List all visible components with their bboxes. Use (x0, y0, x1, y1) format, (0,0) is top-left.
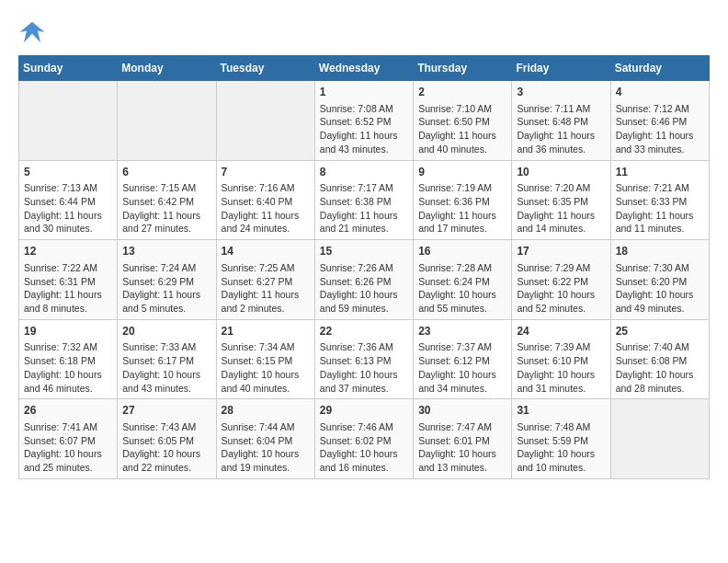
calendar-table: SundayMondayTuesdayWednesdayThursdayFrid… (18, 55, 710, 479)
calendar-cell: 23 Sunrise: 7:37 AM Sunset: 6:12 PM Dayl… (414, 319, 512, 399)
day-number: 28 (222, 403, 310, 419)
calendar-cell: 15 Sunrise: 7:26 AM Sunset: 6:26 PM Dayl… (314, 240, 413, 320)
daylight-label: Daylight: 10 hours and 37 minutes. (320, 369, 398, 394)
calendar-cell: 1 Sunrise: 7:08 AM Sunset: 6:52 PM Dayli… (314, 81, 413, 161)
day-number: 30 (418, 403, 506, 419)
sunrise-label: Sunrise: 7:08 AM (320, 103, 393, 114)
daylight-label: Daylight: 11 hours and 2 minutes. (222, 289, 300, 314)
sunset-label: Sunset: 6:07 PM (24, 435, 96, 446)
sunrise-label: Sunrise: 7:39 AM (517, 341, 590, 352)
sunrise-label: Sunrise: 7:11 AM (517, 103, 590, 114)
day-number: 8 (320, 165, 408, 180)
sunrise-label: Sunrise: 7:19 AM (418, 182, 492, 193)
calendar-cell: 19 Sunrise: 7:32 AM Sunset: 6:18 PM Dayl… (19, 319, 118, 399)
calendar-cell: 14 Sunrise: 7:25 AM Sunset: 6:27 PM Dayl… (216, 240, 314, 320)
day-number: 19 (24, 324, 112, 339)
sunset-label: Sunset: 6:24 PM (418, 276, 490, 287)
daylight-label: Daylight: 10 hours and 43 minutes. (122, 369, 200, 394)
day-number: 17 (517, 244, 605, 259)
page-header (18, 18, 710, 46)
day-number: 1 (320, 85, 408, 100)
daylight-label: Daylight: 11 hours and 8 minutes. (24, 289, 102, 314)
calendar-cell: 26 Sunrise: 7:41 AM Sunset: 6:07 PM Dayl… (19, 399, 118, 479)
calendar-cell: 20 Sunrise: 7:33 AM Sunset: 6:17 PM Dayl… (118, 319, 216, 399)
sunrise-label: Sunrise: 7:37 AM (418, 341, 492, 352)
sunrise-label: Sunrise: 7:10 AM (418, 103, 492, 114)
daylight-label: Daylight: 11 hours and 40 minutes. (418, 130, 496, 155)
daylight-label: Daylight: 11 hours and 14 minutes. (517, 210, 595, 235)
calendar-cell: 21 Sunrise: 7:34 AM Sunset: 6:15 PM Dayl… (216, 319, 314, 399)
day-number: 7 (222, 165, 310, 180)
daylight-label: Daylight: 11 hours and 33 minutes. (616, 130, 694, 155)
calendar-cell (118, 81, 216, 161)
sunrise-label: Sunrise: 7:26 AM (320, 262, 393, 273)
daylight-label: Daylight: 10 hours and 52 minutes. (517, 289, 595, 314)
daylight-label: Daylight: 10 hours and 55 minutes. (418, 289, 496, 314)
sunrise-label: Sunrise: 7:22 AM (24, 262, 97, 273)
day-number: 29 (320, 403, 408, 419)
sunrise-label: Sunrise: 7:15 AM (122, 182, 196, 193)
sunset-label: Sunset: 6:15 PM (222, 355, 293, 366)
daylight-label: Daylight: 10 hours and 10 minutes. (517, 448, 595, 473)
calendar-cell: 5 Sunrise: 7:13 AM Sunset: 6:44 PM Dayli… (19, 160, 118, 240)
day-number: 27 (122, 403, 210, 419)
daylight-label: Daylight: 10 hours and 49 minutes. (616, 289, 694, 314)
day-number: 9 (418, 165, 506, 180)
day-number: 18 (616, 244, 704, 259)
calendar-cell: 6 Sunrise: 7:15 AM Sunset: 6:42 PM Dayli… (118, 160, 216, 240)
daylight-label: Daylight: 11 hours and 24 minutes. (222, 210, 300, 235)
calendar-cell: 3 Sunrise: 7:11 AM Sunset: 6:48 PM Dayli… (512, 81, 610, 161)
calendar-cell: 18 Sunrise: 7:30 AM Sunset: 6:20 PM Dayl… (610, 240, 709, 320)
sunset-label: Sunset: 6:08 PM (616, 355, 688, 366)
sunrise-label: Sunrise: 7:12 AM (616, 103, 689, 114)
daylight-label: Daylight: 10 hours and 13 minutes. (418, 448, 496, 473)
daylight-label: Daylight: 10 hours and 40 minutes. (222, 369, 300, 394)
sunset-label: Sunset: 6:38 PM (320, 196, 392, 207)
calendar-cell: 25 Sunrise: 7:40 AM Sunset: 6:08 PM Dayl… (610, 319, 709, 399)
calendar-cell: 22 Sunrise: 7:36 AM Sunset: 6:13 PM Dayl… (314, 319, 413, 399)
sunset-label: Sunset: 6:12 PM (418, 355, 490, 366)
sunrise-label: Sunrise: 7:43 AM (122, 421, 196, 432)
calendar-cell: 31 Sunrise: 7:48 AM Sunset: 5:59 PM Dayl… (512, 399, 610, 479)
calendar-cell: 11 Sunrise: 7:21 AM Sunset: 6:33 PM Dayl… (610, 160, 709, 240)
calendar-cell (19, 81, 118, 161)
daylight-label: Daylight: 11 hours and 36 minutes. (517, 130, 595, 155)
sunset-label: Sunset: 6:52 PM (320, 116, 392, 127)
day-number: 11 (616, 165, 704, 180)
sunset-label: Sunset: 6:26 PM (320, 276, 392, 287)
day-number: 16 (418, 244, 506, 259)
sunrise-label: Sunrise: 7:41 AM (24, 421, 97, 432)
sunset-label: Sunset: 5:59 PM (517, 435, 588, 446)
sunrise-label: Sunrise: 7:33 AM (122, 341, 196, 352)
calendar-cell: 12 Sunrise: 7:22 AM Sunset: 6:31 PM Dayl… (19, 240, 118, 320)
sunset-label: Sunset: 6:27 PM (222, 276, 293, 287)
svg-marker-0 (20, 22, 45, 43)
sunset-label: Sunset: 6:48 PM (517, 116, 588, 127)
weekday-header: Tuesday (216, 56, 314, 81)
sunset-label: Sunset: 6:01 PM (418, 435, 490, 446)
day-number: 21 (222, 324, 310, 339)
sunset-label: Sunset: 6:44 PM (24, 196, 96, 207)
sunrise-label: Sunrise: 7:17 AM (320, 182, 393, 193)
logo-bird-icon (18, 18, 46, 46)
daylight-label: Daylight: 10 hours and 59 minutes. (320, 289, 398, 314)
sunrise-label: Sunrise: 7:29 AM (517, 262, 590, 273)
daylight-label: Daylight: 10 hours and 34 minutes. (418, 369, 496, 394)
sunrise-label: Sunrise: 7:24 AM (122, 262, 196, 273)
weekday-header: Friday (512, 56, 610, 81)
sunrise-label: Sunrise: 7:13 AM (24, 182, 97, 193)
sunrise-label: Sunrise: 7:30 AM (616, 262, 689, 273)
sunrise-label: Sunrise: 7:34 AM (222, 341, 295, 352)
sunset-label: Sunset: 6:10 PM (517, 355, 588, 366)
daylight-label: Daylight: 11 hours and 17 minutes. (418, 210, 496, 235)
day-number: 25 (616, 324, 704, 339)
weekday-header: Wednesday (314, 56, 413, 81)
sunrise-label: Sunrise: 7:20 AM (517, 182, 590, 193)
calendar-cell (216, 81, 314, 161)
day-number: 22 (320, 324, 408, 339)
sunset-label: Sunset: 6:35 PM (517, 196, 588, 207)
day-number: 3 (517, 85, 605, 100)
sunrise-label: Sunrise: 7:16 AM (222, 182, 295, 193)
sunset-label: Sunset: 6:40 PM (222, 196, 293, 207)
sunrise-label: Sunrise: 7:28 AM (418, 262, 492, 273)
